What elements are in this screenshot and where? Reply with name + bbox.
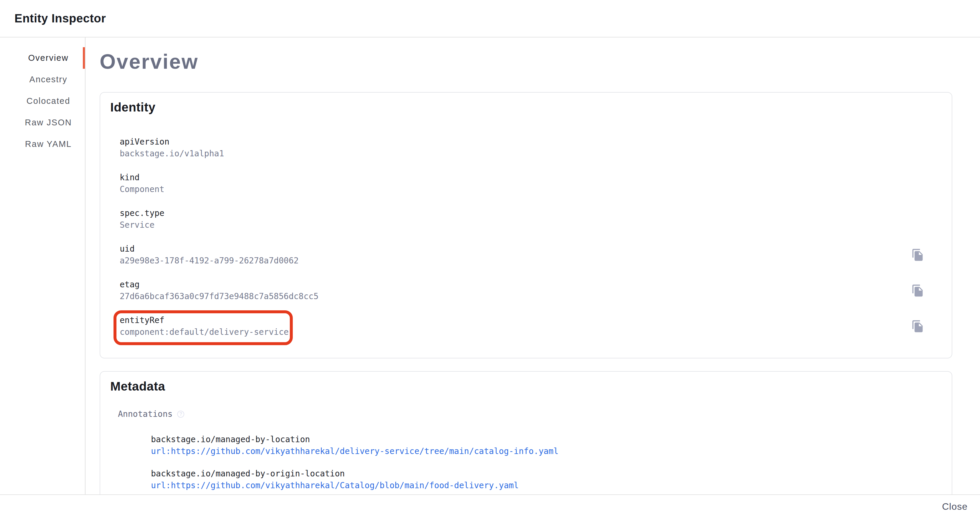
dialog-title: Entity Inspector <box>14 12 106 25</box>
field-value: 27d6a6bcaf363a0c97fd73e9488c7a5856dc8cc5 <box>120 290 318 302</box>
field-label: spec.type <box>120 207 164 219</box>
sidebar-item-overview[interactable]: Overview <box>12 47 85 69</box>
field-row-uid: uid a29e98e3-178f-4192-a799-26278a7d0062 <box>120 243 942 267</box>
field-value: Service <box>120 219 164 231</box>
dialog-content: Overview Ancestry Colocated Raw JSON Raw… <box>0 37 980 494</box>
close-button[interactable]: Close <box>938 498 972 516</box>
metadata-card-title: Metadata <box>110 380 942 393</box>
identity-card: Identity apiVersion backstage.io/v1alpha… <box>100 92 952 359</box>
field-row-etag: etag 27d6a6bcaf363a0c97fd73e9488c7a5856d… <box>120 279 942 302</box>
annotations-label: Annotations <box>118 408 172 420</box>
field-value: component:default/delivery-service <box>120 326 289 338</box>
field-row-kind: kind Component <box>120 172 942 195</box>
annotation-key: backstage.io/managed-by-origin-location <box>151 468 942 480</box>
sidebar-item-ancestry[interactable]: Ancestry <box>12 69 85 90</box>
field-label: kind <box>120 172 164 183</box>
annotation-key: backstage.io/managed-by-location <box>151 434 942 445</box>
file-copy-icon <box>911 284 924 297</box>
active-tab-indicator <box>83 47 85 69</box>
annotation-value-link[interactable]: url:https://github.com/vikyathharekal/Ca… <box>151 480 519 491</box>
field-label: etag <box>120 279 318 290</box>
inspector-sidebar: Overview Ancestry Colocated Raw JSON Raw… <box>0 37 86 494</box>
field-value: Component <box>120 183 164 195</box>
sidebar-item-colocated[interactable]: Colocated <box>12 90 85 112</box>
annotation-managed-by-location: backstage.io/managed-by-location url:htt… <box>151 434 942 457</box>
sidebar-item-label: Overview <box>28 53 69 63</box>
annotations-header: Annotations <box>118 408 942 420</box>
field-value: a29e98e3-178f-4192-a799-26278a7d0062 <box>120 255 299 267</box>
dialog-footer: Close <box>0 494 980 518</box>
field-row-spec-type: spec.type Service <box>120 207 942 231</box>
identity-card-title: Identity <box>110 101 942 114</box>
copy-entityref-button[interactable] <box>911 320 924 333</box>
field-value: backstage.io/v1alpha1 <box>120 148 224 159</box>
field-row-apiversion: apiVersion backstage.io/v1alpha1 <box>120 136 942 159</box>
sidebar-item-label: Raw YAML <box>25 139 72 149</box>
metadata-card: Metadata Annotations backstage.io/manage… <box>100 371 952 494</box>
annotation-managed-by-origin-location: backstage.io/managed-by-origin-location … <box>151 468 942 491</box>
file-copy-icon <box>911 320 924 333</box>
dialog-header: Entity Inspector <box>0 0 980 37</box>
sidebar-item-raw-yaml[interactable]: Raw YAML <box>12 133 85 155</box>
file-copy-icon <box>911 249 924 261</box>
sidebar-item-label: Colocated <box>27 96 70 106</box>
help-icon[interactable] <box>177 411 184 418</box>
overview-panel: Overview Identity apiVersion backstage.i… <box>86 37 980 494</box>
field-label: entityRef <box>120 314 289 326</box>
field-row-entityref: entityRef component:default/delivery-ser… <box>120 314 942 338</box>
sidebar-item-label: Ancestry <box>29 75 67 84</box>
page-title: Overview <box>100 49 952 74</box>
sidebar-item-label: Raw JSON <box>25 118 72 128</box>
copy-uid-button[interactable] <box>911 249 924 261</box>
copy-etag-button[interactable] <box>911 284 924 297</box>
field-label: apiVersion <box>120 136 224 148</box>
field-label: uid <box>120 243 299 255</box>
identity-fields: apiVersion backstage.io/v1alpha1 kind Co… <box>110 136 942 338</box>
annotation-value-link[interactable]: url:https://github.com/vikyathharekal/de… <box>151 445 558 457</box>
sidebar-item-raw-json[interactable]: Raw JSON <box>12 112 85 133</box>
